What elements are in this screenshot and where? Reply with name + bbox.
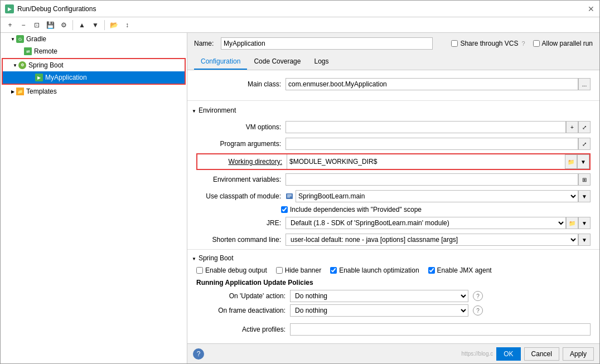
include-dep-checkbox[interactable]	[281, 206, 288, 213]
on-frame-select[interactable]: Do nothing	[290, 304, 468, 317]
spring-boot-section-header[interactable]: Spring Boot	[187, 252, 599, 264]
jre-browse-button[interactable]: 📁	[566, 217, 578, 229]
tree-item-remote[interactable]: ⇄ Remote	[1, 45, 187, 57]
shorten-dropdown-button[interactable]: ▼	[578, 234, 591, 246]
move-down-button[interactable]: ▼	[89, 19, 101, 31]
svg-rect-3	[287, 197, 290, 197]
vm-options-add-button[interactable]: +	[566, 121, 578, 133]
tree-label-gradle: Gradle	[26, 35, 46, 43]
run-debug-dialog: ▶ Run/Debug Configurations ✕ + − ⊡ 💾 ⚙ ▲…	[0, 0, 600, 364]
update-policies-title: Running Application Update Policies	[196, 279, 591, 287]
tab-logs[interactable]: Logs	[307, 54, 335, 70]
name-right: Share through VCS ? Allow parallel run	[451, 40, 593, 47]
folder-button[interactable]: 📂	[108, 19, 120, 31]
classpath-row: Use classpath of module: SpringBootLearn…	[187, 189, 599, 203]
divider-2	[187, 249, 599, 250]
vm-options-expand-button[interactable]: ⤢	[578, 121, 591, 133]
jre-select[interactable]: Default (1.8 - SDK of 'SpringBootLearn.m…	[286, 217, 566, 229]
separator-1	[72, 20, 73, 30]
enable-launch-option: Enable launch optimization	[330, 266, 419, 274]
separator-2	[104, 20, 105, 30]
classpath-dropdown-button[interactable]: ▼	[578, 190, 591, 202]
hide-banner-label: Hide banner	[285, 266, 321, 274]
apply-button[interactable]: Apply	[563, 347, 594, 361]
add-button[interactable]: +	[4, 19, 16, 31]
working-dir-browse-button[interactable]: 📁	[565, 154, 577, 169]
environment-section-header[interactable]: Environment	[187, 103, 599, 118]
on-frame-help-icon[interactable]: ?	[473, 305, 483, 316]
program-args-input[interactable]	[286, 138, 578, 150]
tree-item-gradle[interactable]: G Gradle	[1, 33, 187, 45]
move-up-button[interactable]: ▲	[76, 19, 88, 31]
jre-dropdown-button[interactable]: ▼	[578, 217, 591, 229]
tree-item-myapplication[interactable]: ▶ MyApplication	[3, 71, 185, 84]
enable-jmx-option: Enable JMX agent	[428, 266, 492, 274]
include-dep-text: Include dependencies with "Provided" sco…	[290, 206, 422, 213]
jre-label: JRE:	[196, 219, 286, 227]
working-dir-label: Working directory:	[197, 158, 287, 166]
share-vcs-checkbox[interactable]	[451, 40, 458, 47]
active-profiles-row: Active profiles:	[187, 321, 599, 338]
vm-options-row: VM options: + ⤢	[187, 120, 599, 134]
config-area: Main class: ... Environment VM options:	[187, 70, 599, 343]
env-vars-input[interactable]	[286, 173, 578, 186]
sort-button[interactable]: ↕	[121, 19, 133, 31]
bottom-left: ?	[193, 348, 204, 360]
classpath-select[interactable]: SpringBootLearn.main	[296, 190, 578, 202]
share-help-icon[interactable]: ?	[521, 40, 525, 47]
title-text: Run/Debug Configurations	[17, 5, 584, 13]
env-section-label: Environment	[199, 106, 236, 114]
tree-item-spring-boot[interactable]: ⚙ Spring Boot	[3, 59, 185, 71]
myapp-arrow	[28, 74, 35, 81]
settings-button[interactable]: ⚙	[57, 19, 70, 31]
tree-label-spring-boot: Spring Boot	[28, 61, 64, 69]
on-update-select[interactable]: Do nothing	[290, 290, 468, 302]
working-dir-input[interactable]	[287, 154, 565, 169]
divider-1	[187, 100, 599, 101]
tree-label-templates: Templates	[26, 88, 57, 95]
shorten-select[interactable]: user-local default: none - java [options…	[286, 234, 578, 246]
program-args-row: Program arguments: ⤢	[187, 137, 599, 151]
save-button[interactable]: 💾	[44, 19, 56, 31]
shorten-label: Shorten command line:	[196, 236, 286, 244]
copy-button[interactable]: ⊡	[31, 19, 43, 31]
env-section-arrow	[192, 106, 196, 114]
active-profiles-label: Active profiles:	[196, 326, 286, 333]
svg-rect-2	[287, 196, 292, 196]
vm-options-input[interactable]	[286, 121, 566, 133]
enable-launch-checkbox[interactable]	[330, 267, 337, 274]
main-class-input[interactable]	[286, 78, 578, 90]
classpath-label: Use classpath of module:	[196, 192, 286, 200]
spring-boot-icon: ⚙	[18, 61, 26, 69]
remove-button[interactable]: −	[17, 19, 30, 31]
on-update-label: On 'Update' action:	[196, 292, 286, 300]
program-args-expand-button[interactable]: ⤢	[578, 138, 591, 150]
share-vcs-label: Share through VCS	[451, 40, 518, 47]
remote-icon: ⇄	[24, 47, 32, 55]
enable-debug-checkbox[interactable]	[196, 267, 203, 274]
ok-button[interactable]: OK	[496, 347, 520, 361]
enable-jmx-checkbox[interactable]	[428, 267, 435, 274]
main-class-section: Main class: ...	[187, 70, 599, 98]
on-update-help-icon[interactable]: ?	[473, 291, 483, 301]
hide-banner-checkbox[interactable]	[276, 267, 283, 274]
help-button[interactable]: ?	[193, 348, 204, 360]
spring-boot-section-arrow	[192, 254, 196, 262]
allow-parallel-checkbox[interactable]	[533, 40, 540, 47]
active-profiles-input[interactable]	[290, 323, 591, 336]
env-vars-label: Environment variables:	[196, 176, 286, 183]
classpath-module-icon	[286, 192, 293, 200]
jre-row: JRE: Default (1.8 - SDK of 'SpringBootLe…	[187, 216, 599, 230]
working-dir-dropdown-button[interactable]: ▼	[577, 154, 589, 169]
tab-code-coverage[interactable]: Code Coverage	[247, 54, 307, 70]
env-vars-browse-button[interactable]: ⊞	[578, 173, 591, 186]
left-panel: G Gradle ⇄ Remote ⚙ Spring Boot	[1, 33, 187, 363]
tab-configuration[interactable]: Configuration	[194, 54, 247, 70]
spring-boot-arrow	[12, 62, 18, 69]
close-button[interactable]: ✕	[587, 5, 595, 13]
tree-item-templates[interactable]: 📁 Templates	[1, 85, 187, 98]
main-class-browse-button[interactable]: ...	[578, 78, 591, 90]
cancel-button[interactable]: Cancel	[524, 347, 559, 361]
name-input[interactable]	[221, 37, 433, 50]
name-row: Name: Share through VCS ? Allow parallel…	[187, 33, 599, 54]
